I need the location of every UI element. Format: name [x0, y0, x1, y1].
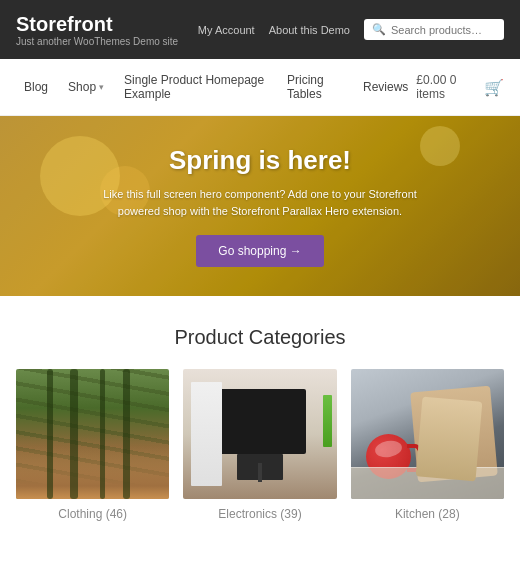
categories-title: Product Categories: [16, 326, 504, 349]
category-electronics-label: Electronics (39): [183, 507, 336, 521]
brand-tagline: Just another WooThemes Demo site: [16, 36, 178, 47]
nav-blog[interactable]: Blog: [16, 66, 56, 108]
header-right: My Account About this Demo 🔍: [198, 19, 504, 40]
site-header: Storefront Just another WooThemes Demo s…: [0, 0, 520, 59]
tree-lines: [16, 369, 169, 499]
nav-reviews[interactable]: Reviews: [355, 66, 416, 108]
hero-description: Like this full screen hero component? Ad…: [90, 186, 430, 219]
shelf: [351, 467, 504, 500]
about-demo-link[interactable]: About this Demo: [269, 24, 350, 36]
green-accent: [323, 395, 332, 447]
nav-single-product[interactable]: Single Product Homepage Example: [116, 59, 275, 115]
category-clothing-image: [16, 369, 169, 499]
cart-amount: £0.00 0 items: [416, 73, 474, 101]
tv-base: [258, 463, 262, 483]
search-icon: 🔍: [372, 23, 386, 36]
category-kitchen-image: [351, 369, 504, 499]
cart-icon[interactable]: 🛒: [484, 78, 504, 97]
category-clothing-label: Clothing (46): [16, 507, 169, 521]
category-kitchen[interactable]: Kitchen (28): [351, 369, 504, 521]
hero-title: Spring is here!: [90, 145, 430, 176]
search-box[interactable]: 🔍: [364, 19, 504, 40]
hero-cta-button[interactable]: Go shopping →: [196, 235, 323, 267]
category-clothing[interactable]: Clothing (46): [16, 369, 169, 521]
search-input[interactable]: [391, 24, 496, 36]
brand: Storefront Just another WooThemes Demo s…: [16, 12, 178, 47]
brand-title: Storefront: [16, 12, 178, 36]
product-categories-section: Product Categories Clothing (46): [0, 296, 520, 541]
shop-chevron-icon: ▾: [99, 82, 104, 92]
tree-line: [70, 369, 78, 499]
mug-highlight: [373, 439, 402, 459]
nav-right: £0.00 0 items 🛒: [416, 73, 504, 101]
category-kitchen-label: Kitchen (28): [351, 507, 504, 521]
hero-section: Spring is here! Like this full screen he…: [0, 116, 520, 296]
nav-shop[interactable]: Shop ▾: [60, 66, 112, 108]
categories-grid: Clothing (46) Electronics (39): [16, 369, 504, 521]
category-electronics[interactable]: Electronics (39): [183, 369, 336, 521]
nav-pricing-tables[interactable]: Pricing Tables: [279, 59, 351, 115]
hero-content: Spring is here! Like this full screen he…: [50, 145, 470, 267]
tree-line: [100, 369, 105, 499]
tree-line: [47, 369, 53, 499]
category-electronics-image: [183, 369, 336, 499]
my-account-link[interactable]: My Account: [198, 24, 255, 36]
main-nav: Blog Shop ▾ Single Product Homepage Exam…: [0, 59, 520, 116]
nav-left: Blog Shop ▾ Single Product Homepage Exam…: [16, 59, 416, 115]
tree-line: [123, 369, 130, 499]
